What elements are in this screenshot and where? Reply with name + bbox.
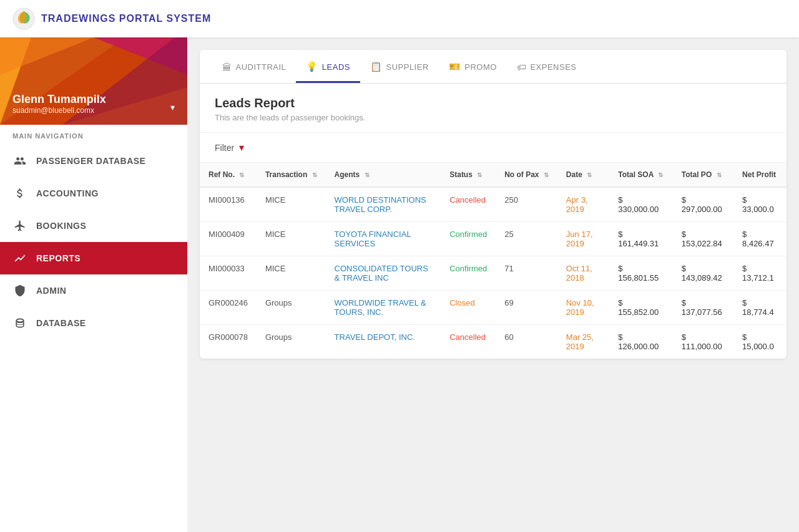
cell-pax: 69 <box>496 291 557 325</box>
cell-total-po: $ 297,000.00 <box>673 187 733 222</box>
cell-net-profit: $ 13,712.1 <box>733 256 787 291</box>
cell-net-profit: $ 33,000.0 <box>733 187 787 222</box>
cell-net-profit: $ 15,000.0 <box>733 325 787 359</box>
sidebar-item-label: ADMIN <box>36 286 66 296</box>
leads-icon: 💡 <box>306 61 318 72</box>
top-bar: TRADEWINGS PORTAL SYSTEM <box>0 0 799 37</box>
filter-chevron-icon: ▾ <box>239 142 244 153</box>
cell-ref-no: MI000136 <box>200 187 257 222</box>
cell-date: Oct 11, 2018 <box>557 256 609 291</box>
col-agents[interactable]: Agents ⇅ <box>326 163 441 187</box>
cell-date: Jun 17, 2019 <box>557 222 609 256</box>
filter-bar: Filter ▾ <box>200 133 787 163</box>
sort-icon-ref: ⇅ <box>239 172 244 178</box>
content-area: 🏛 AUDITTRAIL 💡 LEADS 📋 SUPPLIER 🎫 PROMO … <box>187 37 799 532</box>
cell-ref-no: MI000033 <box>200 256 257 291</box>
cell-net-profit: $ 18,774.4 <box>733 291 787 325</box>
supplier-icon: 📋 <box>370 61 383 72</box>
user-name: Glenn Tumampilx <box>12 93 106 106</box>
leads-table: Ref No. ⇅ Transaction ⇅ Agents ⇅ <box>200 163 787 359</box>
sidebar: Glenn Tumampilx suadmin@bluebell.comx ▾ … <box>0 37 187 532</box>
col-total-soa[interactable]: Total SOA ⇅ <box>609 163 673 187</box>
col-net-profit[interactable]: Net Profit <box>733 163 787 187</box>
tab-supplier[interactable]: 📋 SUPPLIER <box>360 50 439 83</box>
cell-total-soa: $ 156,801.55 <box>609 256 673 291</box>
cell-date: Nov 10, 2019 <box>557 291 609 325</box>
cell-total-po: $ 153,022.84 <box>673 222 733 256</box>
sort-icon-soa: ⇅ <box>658 172 663 178</box>
shield-icon <box>12 283 27 298</box>
cell-total-po: $ 143,089.42 <box>673 256 733 291</box>
logo-icon <box>12 7 35 30</box>
cell-total-soa: $ 161,449.31 <box>609 222 673 256</box>
sort-icon-transaction: ⇅ <box>312 172 317 178</box>
table-row: MI000136 MICE WORLD DESTINATIONS TRAVEL … <box>200 187 787 222</box>
cell-status: Cancelled <box>441 187 496 222</box>
promo-icon: 🎫 <box>449 61 461 72</box>
cell-total-soa: $ 330,000.00 <box>609 187 673 222</box>
tab-promo[interactable]: 🎫 PROMO <box>439 50 507 83</box>
cell-status: Confirmed <box>441 222 496 256</box>
cell-pax: 250 <box>496 187 557 222</box>
table-row: GR000078 Groups TRAVEL DEPOT, INC. Cance… <box>200 325 787 359</box>
sort-icon-agents: ⇅ <box>365 172 370 178</box>
cell-pax: 25 <box>496 222 557 256</box>
sidebar-item-accounting[interactable]: ACCOUNTING <box>0 177 187 210</box>
report-subtitle: This are the leads of passenger bookings… <box>215 113 772 122</box>
sidebar-item-admin[interactable]: ADMIN <box>0 274 187 307</box>
tab-expenses[interactable]: 🏷 EXPENSES <box>507 51 587 83</box>
filter-button[interactable]: Filter ▾ <box>215 142 244 153</box>
col-ref-no[interactable]: Ref No. ⇅ <box>200 163 257 187</box>
cell-ref-no: MI000409 <box>200 222 257 256</box>
audittrail-icon: 🏛 <box>222 62 232 72</box>
app-title: TRADEWINGS PORTAL SYSTEM <box>41 13 211 24</box>
cell-transaction: MICE <box>257 222 326 256</box>
sort-icon-status: ⇅ <box>477 172 482 178</box>
sidebar-item-database[interactable]: DATABASE <box>0 307 187 339</box>
col-status[interactable]: Status ⇅ <box>441 163 496 187</box>
cell-net-profit: $ 8,426.47 <box>733 222 787 256</box>
cell-transaction: MICE <box>257 187 326 222</box>
col-total-po[interactable]: Total PO ⇅ <box>673 163 733 187</box>
people-icon <box>12 153 27 168</box>
main-layout: Glenn Tumampilx suadmin@bluebell.comx ▾ … <box>0 37 799 532</box>
cell-ref-no: GR000246 <box>200 291 257 325</box>
cell-agent: TOYOTA FINANCIAL SERVICES <box>326 222 441 256</box>
sidebar-item-bookings[interactable]: BOOKINGS <box>0 210 187 242</box>
sidebar-item-label: DATABASE <box>36 318 86 328</box>
cell-agent: WORLDWIDE TRAVEL & TOURS, INC. <box>326 291 441 325</box>
sidebar-item-passenger-database[interactable]: PASSENGER DATABASE <box>0 145 187 177</box>
user-info: Glenn Tumampilx suadmin@bluebell.comx <box>12 93 106 115</box>
cell-status: Confirmed <box>441 256 496 291</box>
sort-icon-po: ⇅ <box>717 172 722 178</box>
sidebar-item-label: ACCOUNTING <box>36 188 99 198</box>
report-title: Leads Report <box>215 96 772 110</box>
sidebar-item-label: BOOKINGS <box>36 221 86 231</box>
cell-transaction: Groups <box>257 291 326 325</box>
plane-icon <box>12 218 27 233</box>
expenses-icon: 🏷 <box>517 62 527 72</box>
sort-icon-pax: ⇅ <box>544 172 549 178</box>
table-row: MI000409 MICE TOYOTA FINANCIAL SERVICES … <box>200 222 787 256</box>
leads-table-container: Ref No. ⇅ Transaction ⇅ Agents ⇅ <box>200 163 787 359</box>
cell-total-soa: $ 155,852.00 <box>609 291 673 325</box>
tab-leads[interactable]: 💡 LEADS <box>296 50 360 83</box>
sidebar-item-label: REPORTS <box>36 253 81 263</box>
cell-agent: CONSOLIDATED TOURS & TRAVEL INC <box>326 256 441 291</box>
col-date[interactable]: Date ⇅ <box>557 163 609 187</box>
sidebar-item-reports[interactable]: REPORTS <box>0 242 187 274</box>
tabs-bar: 🏛 AUDITTRAIL 💡 LEADS 📋 SUPPLIER 🎫 PROMO … <box>200 50 787 84</box>
col-pax[interactable]: No of Pax ⇅ <box>496 163 557 187</box>
tab-audittrail[interactable]: 🏛 AUDITTRAIL <box>212 51 296 83</box>
main-card: 🏛 AUDITTRAIL 💡 LEADS 📋 SUPPLIER 🎫 PROMO … <box>200 50 787 359</box>
cell-total-soa: $ 126,000.00 <box>609 325 673 359</box>
table-row: GR000246 Groups WORLDWIDE TRAVEL & TOURS… <box>200 291 787 325</box>
table-header-row: Ref No. ⇅ Transaction ⇅ Agents ⇅ <box>200 163 787 187</box>
user-menu-chevron[interactable]: ▾ <box>170 102 175 112</box>
cell-transaction: MICE <box>257 256 326 291</box>
report-header: Leads Report This are the leads of passe… <box>200 84 787 133</box>
cell-agent: WORLD DESTINATIONS TRAVEL CORP. <box>326 187 441 222</box>
cell-ref-no: GR000078 <box>200 325 257 359</box>
col-transaction[interactable]: Transaction ⇅ <box>257 163 326 187</box>
user-email: suadmin@bluebell.comx <box>12 106 106 115</box>
